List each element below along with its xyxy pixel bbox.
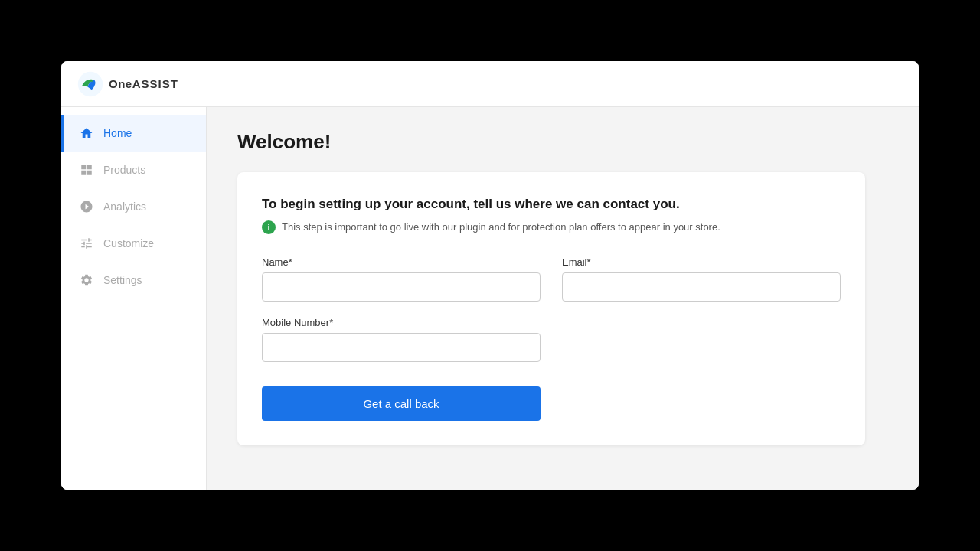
main-layout: Home Products Analytics [61, 107, 919, 490]
sidebar: Home Products Analytics [61, 107, 207, 490]
mobile-row: Mobile Number* [262, 317, 841, 362]
customize-icon [79, 236, 94, 251]
logo-area: OneAssist [77, 70, 178, 98]
mobile-group: Mobile Number* [262, 317, 541, 362]
analytics-icon [79, 199, 94, 214]
sidebar-item-analytics[interactable]: Analytics [61, 188, 206, 225]
content-area: Welcome! To begin setting up your accoun… [207, 107, 919, 490]
name-input[interactable] [262, 272, 541, 302]
sidebar-item-home[interactable]: Home [61, 115, 206, 152]
svg-point-1 [90, 79, 93, 82]
name-email-row: Name* Email* [262, 256, 841, 302]
sidebar-item-products[interactable]: Products [61, 152, 206, 188]
email-label: Email* [562, 256, 841, 268]
name-label: Name* [262, 256, 541, 268]
welcome-card: To begin setting up your account, tell u… [237, 172, 865, 445]
name-group: Name* [262, 256, 541, 302]
sidebar-item-customize[interactable]: Customize [61, 225, 206, 262]
mobile-label: Mobile Number* [262, 317, 541, 328]
page-title: Welcome! [237, 130, 888, 154]
info-text: This step is important to go live with o… [282, 220, 720, 235]
info-icon: i [262, 220, 276, 234]
info-row: i This step is important to go live with… [262, 220, 841, 235]
sidebar-item-settings-label: Settings [103, 274, 142, 286]
sidebar-item-settings[interactable]: Settings [61, 262, 206, 298]
browser-window: OneAssist Home Products [61, 61, 919, 490]
email-input[interactable] [562, 272, 841, 302]
home-icon [79, 126, 94, 141]
header: OneAssist [61, 61, 919, 107]
logo-icon [77, 70, 104, 98]
sidebar-item-analytics-label: Analytics [103, 201, 146, 213]
products-icon [79, 162, 94, 178]
sidebar-item-customize-label: Customize [103, 237, 154, 249]
logo-text: OneAssist [109, 77, 178, 90]
card-heading: To begin setting up your account, tell u… [262, 197, 841, 212]
email-group: Email* [562, 256, 841, 302]
settings-icon [79, 272, 94, 288]
get-call-back-button[interactable]: Get a call back [262, 386, 541, 421]
sidebar-item-products-label: Products [103, 164, 145, 176]
mobile-input[interactable] [262, 333, 541, 362]
sidebar-item-home-label: Home [103, 127, 132, 139]
